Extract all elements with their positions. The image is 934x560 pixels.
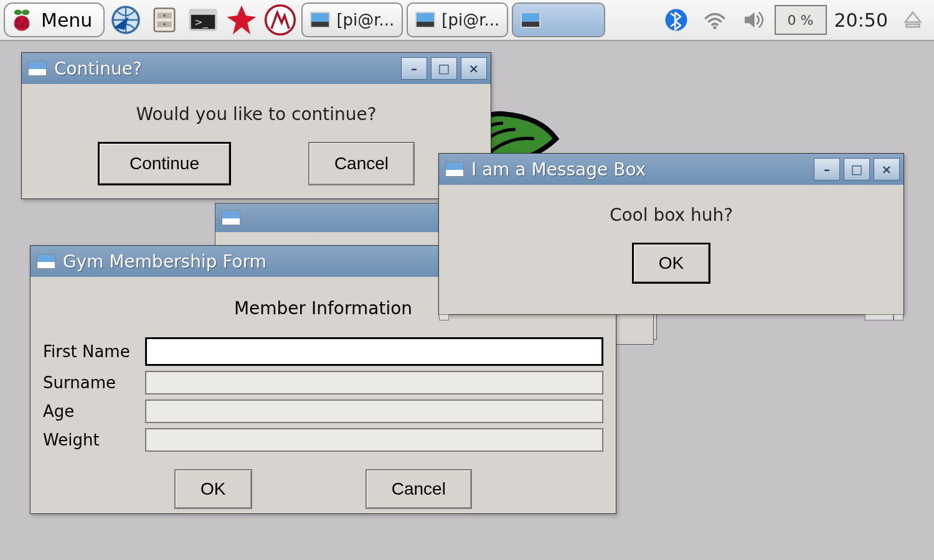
maximize-button[interactable]: □: [844, 158, 870, 180]
svg-point-12: [164, 14, 166, 17]
cpu-label: 0 %: [788, 12, 814, 28]
svg-point-7: [24, 24, 29, 28]
label-age: Age: [43, 402, 136, 421]
volume-icon[interactable]: [736, 2, 771, 37]
minimize-button[interactable]: –: [814, 158, 840, 180]
svg-point-20: [713, 26, 716, 29]
svg-point-6: [15, 24, 19, 28]
input-surname[interactable]: [145, 371, 603, 394]
taskbar-task-2[interactable]: [pi@r...: [407, 2, 508, 37]
window-thumb-icon: [415, 12, 435, 28]
window-message-box: I am a Message Box – □ × Cool box huh? O…: [438, 153, 904, 315]
window-continue: Continue? – □ × Would you like to contin…: [21, 52, 491, 199]
svg-point-1: [22, 9, 29, 15]
eject-icon[interactable]: [895, 2, 930, 37]
svg-point-13: [164, 23, 166, 26]
window-app-icon: [37, 254, 55, 269]
window-thumb-icon: [310, 12, 330, 28]
bluetooth-icon[interactable]: [659, 2, 694, 37]
ok-button[interactable]: OK: [632, 243, 710, 284]
taskbar-task-3[interactable]: [512, 2, 605, 37]
close-button[interactable]: ×: [874, 158, 900, 180]
cancel-button[interactable]: Cancel: [308, 142, 415, 185]
svg-point-3: [16, 18, 21, 24]
clock-label: 20:50: [834, 9, 888, 31]
maximize-button[interactable]: □: [431, 57, 457, 80]
svg-point-4: [23, 18, 29, 24]
clock[interactable]: 20:50: [831, 9, 892, 31]
window-thumb-icon: [521, 12, 540, 28]
svg-rect-21: [907, 24, 920, 27]
input-age[interactable]: [145, 399, 603, 423]
close-button[interactable]: ×: [461, 57, 487, 80]
ok-button[interactable]: OK: [174, 469, 252, 509]
taskbar-task-1[interactable]: [pi@r...: [301, 2, 403, 37]
wifi-icon[interactable]: [697, 2, 732, 37]
label-weight: Weight: [43, 431, 136, 449]
svg-rect-9: [154, 8, 175, 31]
window-title: Continue?: [54, 58, 394, 79]
input-weight[interactable]: [145, 428, 603, 452]
svg-marker-17: [227, 6, 257, 35]
file-manager-icon[interactable]: [147, 2, 182, 37]
web-browser-icon[interactable]: [108, 2, 143, 37]
svg-rect-15: [190, 10, 216, 15]
svg-point-5: [19, 22, 25, 28]
minimize-button[interactable]: –: [401, 57, 427, 80]
label-surname: Surname: [43, 373, 136, 392]
cancel-button[interactable]: Cancel: [366, 469, 472, 509]
dialog-message: Would you like to continue?: [22, 95, 491, 142]
task-label: [pi@r...: [441, 11, 499, 29]
terminal-icon[interactable]: >_: [186, 2, 220, 37]
input-first-name[interactable]: [145, 337, 603, 366]
mathematica-icon[interactable]: [224, 2, 259, 37]
raspberry-pi-icon: [9, 7, 35, 33]
taskbar: Menu >_ [pi@r... [pi@r... 0 % 20:5: [0, 0, 934, 41]
dialog-message: Cool box huh?: [439, 196, 903, 243]
svg-text:>_: >_: [194, 16, 209, 29]
task-label: [pi@r...: [336, 11, 394, 29]
menu-button[interactable]: Menu: [4, 2, 105, 37]
wolfram-icon[interactable]: [263, 2, 298, 37]
cpu-usage-indicator[interactable]: 0 %: [775, 5, 827, 35]
window-app-icon: [28, 61, 47, 76]
svg-point-0: [14, 9, 22, 15]
window-app-icon: [445, 162, 464, 177]
menu-label: Menu: [41, 9, 92, 31]
titlebar[interactable]: Continue? – □ ×: [22, 53, 491, 84]
window-title: I am a Message Box: [471, 159, 806, 180]
titlebar[interactable]: I am a Message Box – □ ×: [439, 154, 903, 185]
label-first-name: First Name: [43, 342, 136, 361]
continue-button[interactable]: Continue: [98, 142, 231, 185]
